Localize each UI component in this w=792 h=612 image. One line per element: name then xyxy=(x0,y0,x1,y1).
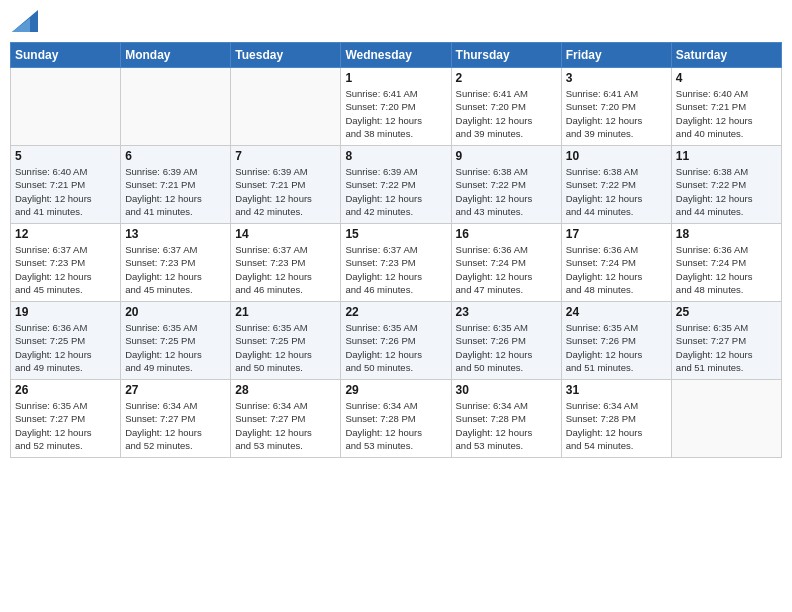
weekday-header-friday: Friday xyxy=(561,43,671,68)
day-number: 7 xyxy=(235,149,336,163)
day-number: 13 xyxy=(125,227,226,241)
weekday-header-sunday: Sunday xyxy=(11,43,121,68)
calendar-week-row: 26Sunrise: 6:35 AMSunset: 7:27 PMDayligh… xyxy=(11,380,782,458)
day-info: Sunrise: 6:41 AMSunset: 7:20 PMDaylight:… xyxy=(566,87,667,140)
day-number: 22 xyxy=(345,305,446,319)
header xyxy=(10,10,782,34)
calendar-day-5: 5Sunrise: 6:40 AMSunset: 7:21 PMDaylight… xyxy=(11,146,121,224)
day-number: 9 xyxy=(456,149,557,163)
day-info: Sunrise: 6:38 AMSunset: 7:22 PMDaylight:… xyxy=(456,165,557,218)
day-info: Sunrise: 6:34 AMSunset: 7:28 PMDaylight:… xyxy=(456,399,557,452)
day-info: Sunrise: 6:35 AMSunset: 7:26 PMDaylight:… xyxy=(456,321,557,374)
day-info: Sunrise: 6:39 AMSunset: 7:21 PMDaylight:… xyxy=(125,165,226,218)
calendar-day-19: 19Sunrise: 6:36 AMSunset: 7:25 PMDayligh… xyxy=(11,302,121,380)
day-info: Sunrise: 6:37 AMSunset: 7:23 PMDaylight:… xyxy=(235,243,336,296)
page: SundayMondayTuesdayWednesdayThursdayFrid… xyxy=(0,0,792,612)
day-info: Sunrise: 6:35 AMSunset: 7:27 PMDaylight:… xyxy=(676,321,777,374)
weekday-header-thursday: Thursday xyxy=(451,43,561,68)
calendar-day-13: 13Sunrise: 6:37 AMSunset: 7:23 PMDayligh… xyxy=(121,224,231,302)
weekday-header-monday: Monday xyxy=(121,43,231,68)
day-info: Sunrise: 6:41 AMSunset: 7:20 PMDaylight:… xyxy=(456,87,557,140)
weekday-header-saturday: Saturday xyxy=(671,43,781,68)
day-number: 1 xyxy=(345,71,446,85)
calendar-day-24: 24Sunrise: 6:35 AMSunset: 7:26 PMDayligh… xyxy=(561,302,671,380)
calendar-day-1: 1Sunrise: 6:41 AMSunset: 7:20 PMDaylight… xyxy=(341,68,451,146)
calendar-empty-cell xyxy=(11,68,121,146)
logo-icon xyxy=(12,10,38,32)
day-info: Sunrise: 6:39 AMSunset: 7:21 PMDaylight:… xyxy=(235,165,336,218)
day-info: Sunrise: 6:39 AMSunset: 7:22 PMDaylight:… xyxy=(345,165,446,218)
day-number: 25 xyxy=(676,305,777,319)
day-number: 14 xyxy=(235,227,336,241)
day-number: 5 xyxy=(15,149,116,163)
day-number: 2 xyxy=(456,71,557,85)
day-number: 17 xyxy=(566,227,667,241)
day-number: 21 xyxy=(235,305,336,319)
day-number: 30 xyxy=(456,383,557,397)
calendar-day-2: 2Sunrise: 6:41 AMSunset: 7:20 PMDaylight… xyxy=(451,68,561,146)
calendar-day-15: 15Sunrise: 6:37 AMSunset: 7:23 PMDayligh… xyxy=(341,224,451,302)
calendar-day-23: 23Sunrise: 6:35 AMSunset: 7:26 PMDayligh… xyxy=(451,302,561,380)
calendar-day-29: 29Sunrise: 6:34 AMSunset: 7:28 PMDayligh… xyxy=(341,380,451,458)
day-info: Sunrise: 6:38 AMSunset: 7:22 PMDaylight:… xyxy=(676,165,777,218)
day-number: 11 xyxy=(676,149,777,163)
calendar-day-25: 25Sunrise: 6:35 AMSunset: 7:27 PMDayligh… xyxy=(671,302,781,380)
calendar-empty-cell xyxy=(671,380,781,458)
calendar-day-6: 6Sunrise: 6:39 AMSunset: 7:21 PMDaylight… xyxy=(121,146,231,224)
calendar-day-20: 20Sunrise: 6:35 AMSunset: 7:25 PMDayligh… xyxy=(121,302,231,380)
logo xyxy=(10,10,38,34)
calendar-day-4: 4Sunrise: 6:40 AMSunset: 7:21 PMDaylight… xyxy=(671,68,781,146)
calendar-day-21: 21Sunrise: 6:35 AMSunset: 7:25 PMDayligh… xyxy=(231,302,341,380)
weekday-header-row: SundayMondayTuesdayWednesdayThursdayFrid… xyxy=(11,43,782,68)
day-number: 15 xyxy=(345,227,446,241)
day-info: Sunrise: 6:36 AMSunset: 7:24 PMDaylight:… xyxy=(676,243,777,296)
day-number: 26 xyxy=(15,383,116,397)
calendar-day-22: 22Sunrise: 6:35 AMSunset: 7:26 PMDayligh… xyxy=(341,302,451,380)
day-info: Sunrise: 6:38 AMSunset: 7:22 PMDaylight:… xyxy=(566,165,667,218)
calendar-day-10: 10Sunrise: 6:38 AMSunset: 7:22 PMDayligh… xyxy=(561,146,671,224)
day-info: Sunrise: 6:40 AMSunset: 7:21 PMDaylight:… xyxy=(15,165,116,218)
day-info: Sunrise: 6:35 AMSunset: 7:26 PMDaylight:… xyxy=(566,321,667,374)
calendar-day-3: 3Sunrise: 6:41 AMSunset: 7:20 PMDaylight… xyxy=(561,68,671,146)
day-info: Sunrise: 6:34 AMSunset: 7:27 PMDaylight:… xyxy=(125,399,226,452)
day-number: 20 xyxy=(125,305,226,319)
calendar-week-row: 1Sunrise: 6:41 AMSunset: 7:20 PMDaylight… xyxy=(11,68,782,146)
day-info: Sunrise: 6:37 AMSunset: 7:23 PMDaylight:… xyxy=(15,243,116,296)
calendar-empty-cell xyxy=(231,68,341,146)
weekday-header-wednesday: Wednesday xyxy=(341,43,451,68)
calendar-day-27: 27Sunrise: 6:34 AMSunset: 7:27 PMDayligh… xyxy=(121,380,231,458)
calendar-empty-cell xyxy=(121,68,231,146)
day-number: 12 xyxy=(15,227,116,241)
day-info: Sunrise: 6:34 AMSunset: 7:28 PMDaylight:… xyxy=(345,399,446,452)
day-info: Sunrise: 6:36 AMSunset: 7:24 PMDaylight:… xyxy=(566,243,667,296)
day-info: Sunrise: 6:37 AMSunset: 7:23 PMDaylight:… xyxy=(125,243,226,296)
calendar-week-row: 12Sunrise: 6:37 AMSunset: 7:23 PMDayligh… xyxy=(11,224,782,302)
day-number: 6 xyxy=(125,149,226,163)
calendar-day-18: 18Sunrise: 6:36 AMSunset: 7:24 PMDayligh… xyxy=(671,224,781,302)
day-number: 24 xyxy=(566,305,667,319)
day-number: 18 xyxy=(676,227,777,241)
day-number: 3 xyxy=(566,71,667,85)
calendar-day-7: 7Sunrise: 6:39 AMSunset: 7:21 PMDaylight… xyxy=(231,146,341,224)
day-info: Sunrise: 6:36 AMSunset: 7:24 PMDaylight:… xyxy=(456,243,557,296)
day-number: 19 xyxy=(15,305,116,319)
calendar-week-row: 5Sunrise: 6:40 AMSunset: 7:21 PMDaylight… xyxy=(11,146,782,224)
day-info: Sunrise: 6:37 AMSunset: 7:23 PMDaylight:… xyxy=(345,243,446,296)
calendar-day-26: 26Sunrise: 6:35 AMSunset: 7:27 PMDayligh… xyxy=(11,380,121,458)
day-number: 27 xyxy=(125,383,226,397)
calendar-day-12: 12Sunrise: 6:37 AMSunset: 7:23 PMDayligh… xyxy=(11,224,121,302)
calendar-day-9: 9Sunrise: 6:38 AMSunset: 7:22 PMDaylight… xyxy=(451,146,561,224)
day-number: 29 xyxy=(345,383,446,397)
day-number: 4 xyxy=(676,71,777,85)
calendar-day-14: 14Sunrise: 6:37 AMSunset: 7:23 PMDayligh… xyxy=(231,224,341,302)
weekday-header-tuesday: Tuesday xyxy=(231,43,341,68)
calendar-day-17: 17Sunrise: 6:36 AMSunset: 7:24 PMDayligh… xyxy=(561,224,671,302)
day-info: Sunrise: 6:35 AMSunset: 7:26 PMDaylight:… xyxy=(345,321,446,374)
calendar-day-8: 8Sunrise: 6:39 AMSunset: 7:22 PMDaylight… xyxy=(341,146,451,224)
calendar-day-31: 31Sunrise: 6:34 AMSunset: 7:28 PMDayligh… xyxy=(561,380,671,458)
day-info: Sunrise: 6:34 AMSunset: 7:27 PMDaylight:… xyxy=(235,399,336,452)
calendar-day-16: 16Sunrise: 6:36 AMSunset: 7:24 PMDayligh… xyxy=(451,224,561,302)
day-number: 28 xyxy=(235,383,336,397)
calendar-table: SundayMondayTuesdayWednesdayThursdayFrid… xyxy=(10,42,782,458)
day-number: 31 xyxy=(566,383,667,397)
